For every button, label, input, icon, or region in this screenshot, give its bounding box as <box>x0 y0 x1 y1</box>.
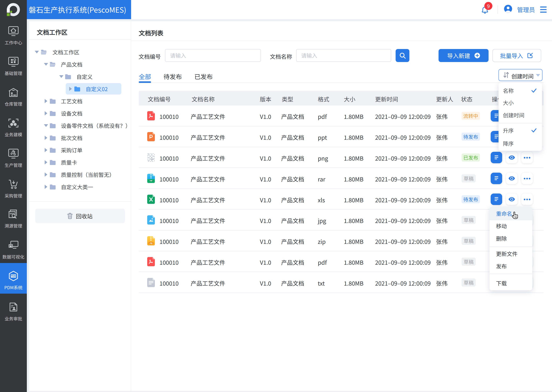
svg-text:zip: zip <box>150 242 153 244</box>
svg-text:PDM: PDM <box>11 274 16 277</box>
svg-text:rar: rar <box>150 179 153 182</box>
